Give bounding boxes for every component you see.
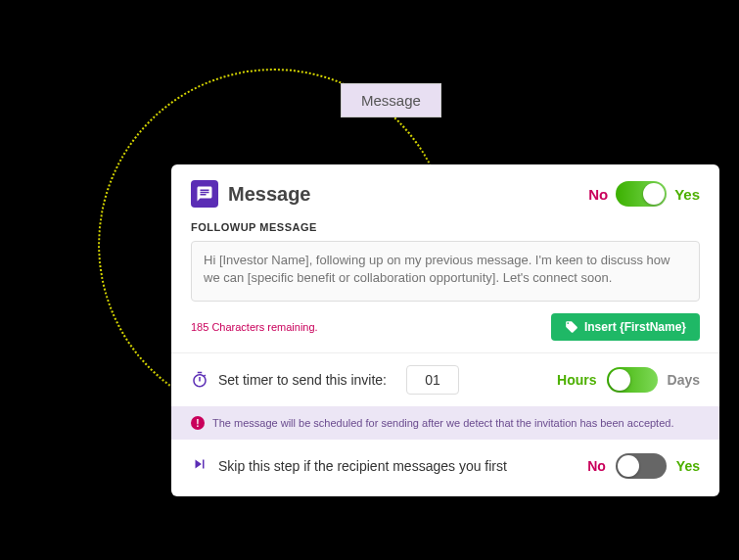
message-enable-toggle[interactable] <box>616 181 667 207</box>
clock-icon <box>191 371 208 389</box>
timer-row: Set timer to send this invite: Hours Day… <box>171 353 719 406</box>
insert-btn-label: Insert {FirstName} <box>584 320 686 334</box>
toggle-yes-label: Yes <box>674 186 700 203</box>
message-icon <box>191 180 218 208</box>
alert-icon: ! <box>191 416 205 430</box>
followup-section-label: FOLLOWUP MESSAGE <box>171 217 719 241</box>
card-header: Message No Yes <box>171 164 719 217</box>
followup-textarea-wrap <box>171 241 719 305</box>
tab-message[interactable]: Message <box>341 83 441 117</box>
message-card: Message No Yes FOLLOWUP MESSAGE 185 Char… <box>171 164 719 496</box>
card-title: Message <box>228 183 588 206</box>
skip-row: Skip this step if the recipient messages… <box>171 440 719 496</box>
insert-firstname-button[interactable]: Insert {FirstName} <box>551 313 700 341</box>
message-enable-toggle-wrap: No Yes <box>588 181 700 207</box>
skip-yes-label: Yes <box>676 458 700 474</box>
below-textarea-row: 185 Characters remaining. Insert {FirstN… <box>171 305 719 352</box>
tag-icon <box>565 320 578 334</box>
info-text: The message will be scheduled for sendin… <box>212 417 673 429</box>
hours-label: Hours <box>557 372 596 388</box>
timer-input[interactable] <box>406 365 459 395</box>
chars-remaining: 185 Characters remaining. <box>191 321 318 333</box>
toggle-no-label: No <box>588 186 608 203</box>
info-bar: ! The message will be scheduled for send… <box>171 406 719 440</box>
days-label: Days <box>668 372 700 388</box>
followup-textarea[interactable] <box>191 241 700 302</box>
skip-label: Skip this step if the recipient messages… <box>218 458 577 474</box>
skip-icon <box>191 455 208 477</box>
skip-no-label: No <box>587 458 606 474</box>
hours-days-toggle[interactable] <box>607 367 658 393</box>
timer-label: Set timer to send this invite: <box>218 372 387 388</box>
skip-toggle[interactable] <box>616 453 667 479</box>
